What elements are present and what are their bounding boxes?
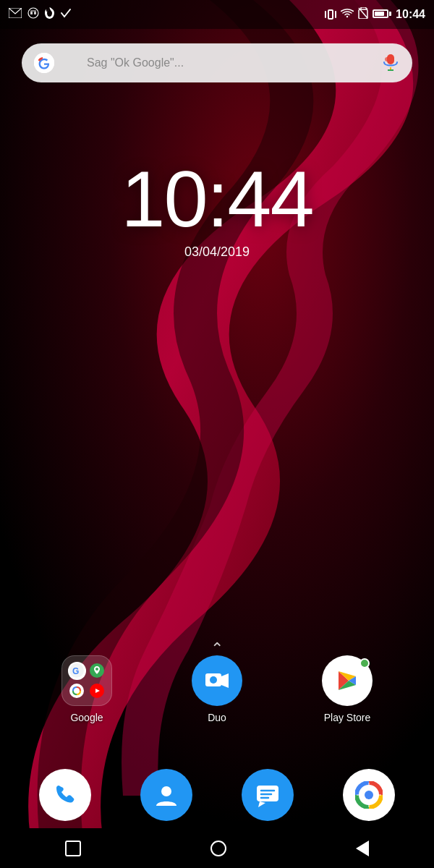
playstore-label: Play Store (324, 712, 371, 723)
google-search-mini-icon: G (68, 662, 86, 680)
duo-label: Duo (208, 712, 226, 723)
check-icon (60, 7, 72, 22)
gmail-icon (9, 8, 22, 21)
svg-marker-26 (221, 673, 229, 688)
svg-marker-30 (258, 801, 265, 807)
recent-apps-button[interactable] (65, 841, 81, 856)
google-folder-icon[interactable]: G (61, 655, 112, 706)
navigation-bar (0, 828, 434, 868)
status-left-icons (9, 7, 72, 22)
clock-time: 10:44 (0, 159, 434, 239)
duo-item[interactable]: Duo (188, 655, 246, 723)
status-bar: 10:44 (0, 0, 434, 29)
svg-point-28 (161, 786, 171, 796)
svg-point-19 (95, 668, 98, 671)
clock-date: 03/04/2019 (0, 244, 434, 260)
status-right-icons: 10:44 (325, 7, 425, 22)
svg-point-36 (365, 791, 373, 799)
battery-icon (373, 8, 391, 21)
google-logo-svg (33, 52, 55, 74)
svg-rect-5 (30, 10, 36, 12)
svg-point-20 (69, 684, 84, 698)
duo-icon[interactable] (192, 655, 242, 706)
app-row: G (0, 655, 434, 723)
phone-dock-item[interactable] (39, 769, 91, 821)
svg-point-2 (28, 8, 38, 18)
youtube-mini-icon (88, 682, 106, 700)
svg-point-11 (34, 53, 54, 73)
vibrate-icon (325, 9, 336, 20)
wallpaper (0, 0, 434, 868)
svg-point-27 (210, 676, 217, 684)
search-bar[interactable]: G G Sag "Ok Google"... (22, 43, 412, 82)
contacts-dock-item[interactable] (140, 769, 192, 821)
playstore-icon[interactable] (322, 655, 373, 706)
wifi-icon (341, 8, 354, 21)
playstore-notification-dot (359, 658, 370, 668)
flame-icon (45, 7, 54, 22)
svg-rect-3 (30, 12, 33, 14)
search-placeholder: Sag "Ok Google"... (87, 56, 373, 69)
svg-rect-4 (34, 12, 36, 14)
playstore-item[interactable]: Play Store (318, 655, 376, 723)
maps-mini-icon (88, 662, 106, 680)
photos-icon (27, 7, 39, 22)
home-button[interactable] (210, 841, 226, 856)
no-sim-icon (358, 7, 368, 22)
google-folder-item[interactable]: G (58, 655, 116, 723)
google-folder-label: Google (70, 712, 103, 723)
ribbon-decoration (0, 0, 434, 868)
status-time: 10:44 (396, 8, 425, 21)
svg-text:G: G (72, 666, 79, 676)
messages-dock-item[interactable] (242, 769, 294, 821)
clock-area: 10:44 03/04/2019 (0, 159, 434, 260)
mic-icon[interactable] (380, 53, 401, 73)
google-mini-icon-2 (68, 682, 86, 700)
dock (0, 769, 434, 821)
back-button[interactable] (356, 841, 369, 856)
chrome-dock-item[interactable] (343, 769, 395, 821)
svg-point-15 (385, 57, 389, 61)
